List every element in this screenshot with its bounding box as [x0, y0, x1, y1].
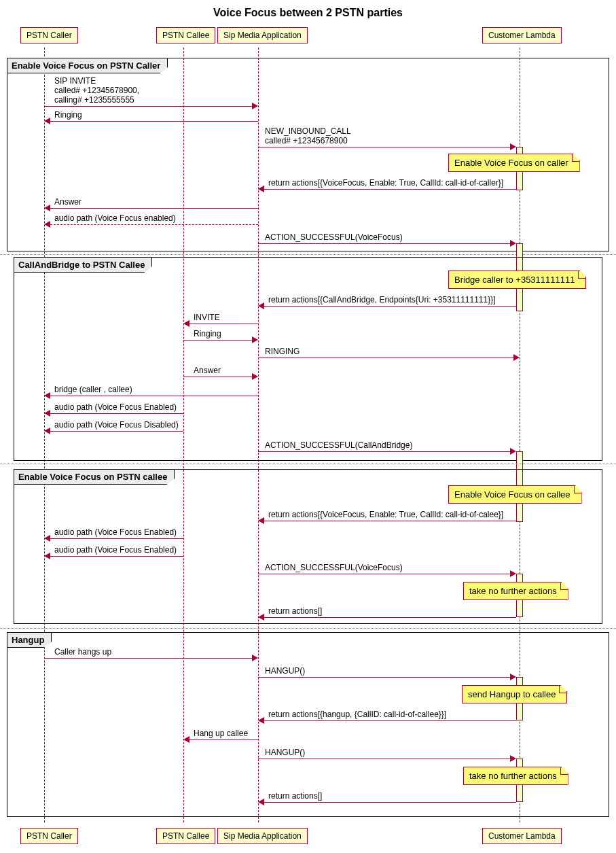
arrow — [50, 208, 258, 209]
msg-audio-path-2: audio path (Voice Focus Enabled) — [54, 402, 177, 412]
arrow-head-icon — [183, 736, 189, 743]
msg-action-success-vf-2: ACTION_SUCCESSFUL(VoiceFocus) — [265, 563, 403, 572]
msg-return-empty-2: return actions[] — [268, 791, 322, 801]
arrow-head-icon — [252, 373, 258, 380]
msg-audio-path-1: audio path (Voice Focus enabled) — [54, 213, 176, 223]
msg-return-vf-caller: return actions[{VoiceFocus, Enable: True… — [268, 178, 503, 188]
arrow-head-icon — [44, 205, 50, 211]
msg-action-success-vf-1: ACTION_SUCCESSFUL(VoiceFocus) — [265, 232, 403, 242]
participant-callee-bottom: PSTN Callee — [156, 828, 215, 844]
diagram-title: Voice Focus between 2 PSTN parties — [0, 7, 616, 19]
note-enable-vf-callee: Enable Voice Focus on callee — [448, 485, 582, 504]
msg-answer-2: Answer — [194, 366, 221, 375]
group-label: Enable Voice Focus on PSTN Caller — [7, 58, 168, 73]
arrow-head-icon — [258, 302, 264, 309]
arrow-head-icon — [44, 535, 50, 542]
arrow — [44, 106, 252, 107]
note-bridge-caller: Bridge caller to +35311111111 — [448, 271, 586, 289]
msg-hangup-1: HANGUP() — [265, 666, 305, 676]
arrow — [258, 451, 513, 452]
participant-lambda-bottom: Customer Lambda — [482, 828, 562, 844]
arrow — [50, 413, 183, 414]
arrow-head-icon — [510, 755, 516, 762]
arrow-head-icon — [44, 392, 50, 399]
msg-sip-invite-1: SIP INVITE — [54, 76, 96, 86]
arrow-head-icon — [258, 517, 264, 524]
msg-new-inbound-2: called# +12345678900 — [265, 136, 348, 145]
arrow — [264, 189, 516, 190]
msg-hang-up-callee: Hang up callee — [194, 729, 248, 738]
arrow — [50, 224, 258, 225]
group-separator — [0, 628, 616, 629]
arrow — [264, 521, 516, 521]
msg-sip-invite-3: calling# +1235555555 — [54, 95, 134, 105]
participant-caller-bottom: PSTN Caller — [20, 828, 78, 844]
arrow — [183, 377, 252, 377]
participant-caller-top: PSTN Caller — [20, 27, 78, 43]
arrow-head-icon — [44, 553, 50, 559]
arrow-head-icon — [252, 336, 258, 343]
msg-ringing-1: Ringing — [54, 110, 82, 120]
arrow-head-icon — [252, 103, 258, 109]
arrow — [258, 677, 513, 678]
arrow-head-icon — [44, 428, 50, 434]
note-no-further-1: take no further actions — [463, 582, 568, 600]
arrow — [264, 802, 516, 803]
arrow-head-icon — [44, 410, 50, 417]
arrow — [50, 431, 183, 432]
arrow — [264, 617, 516, 618]
msg-sip-invite-2: called# +12345678900, — [54, 86, 139, 95]
participant-callee-top: PSTN Callee — [156, 27, 215, 43]
arrow — [183, 340, 252, 341]
arrow — [50, 396, 258, 396]
msg-bridge: bridge (caller , callee) — [54, 385, 132, 394]
msg-hangup-2: HANGUP() — [265, 748, 305, 757]
msg-audio-path-4: audio path (Voice Focus Enabled) — [54, 527, 177, 537]
participant-lambda-top: Customer Lambda — [482, 27, 562, 43]
arrow — [50, 538, 183, 539]
arrow-head-icon — [510, 570, 516, 577]
group-separator — [0, 254, 616, 255]
arrow-head-icon — [183, 320, 189, 327]
arrow — [264, 306, 516, 307]
arrow — [264, 720, 516, 721]
arrow — [50, 121, 258, 122]
arrow — [189, 739, 258, 740]
arrow — [258, 358, 513, 358]
msg-audio-path-5: audio path (Voice Focus Enabled) — [54, 545, 177, 555]
arrow-head-icon — [513, 354, 520, 361]
sequence-diagram: { "title": "Voice Focus between 2 PSTN p… — [0, 0, 616, 853]
arrow-head-icon — [258, 799, 264, 805]
msg-return-callandbridge: return actions[{CallAndBridge, Endpoints… — [268, 295, 496, 304]
group-label: Hangup — [7, 632, 52, 648]
arrow — [50, 556, 183, 557]
arrow-head-icon — [252, 655, 258, 661]
participant-sma-top: Sip Media Application — [217, 27, 308, 43]
arrow — [258, 759, 513, 759]
note-no-further-2: take no further actions — [463, 767, 568, 785]
arrow-head-icon — [258, 614, 264, 621]
msg-ringing-event: RINGING — [265, 347, 300, 356]
msg-answer-1: Answer — [54, 197, 81, 207]
arrow-head-icon — [258, 186, 264, 192]
note-send-hangup: send Hangup to callee — [462, 685, 567, 703]
arrow-head-icon — [510, 240, 516, 247]
arrow — [44, 658, 252, 659]
arrow-head-icon — [258, 717, 264, 724]
arrow — [258, 574, 513, 574]
arrow — [258, 147, 513, 147]
msg-return-vf-callee: return actions[{VoiceFocus, Enable: True… — [268, 510, 503, 519]
group-separator — [0, 464, 616, 464]
note-enable-vf-caller: Enable Voice Focus on caller — [448, 154, 580, 172]
msg-return-empty-1: return actions[] — [268, 606, 322, 616]
arrow-head-icon — [44, 118, 50, 124]
arrow-head-icon — [510, 674, 516, 680]
arrow — [258, 243, 513, 244]
msg-audio-path-3: audio path (Voice Focus Disabled) — [54, 420, 179, 430]
arrow — [189, 324, 258, 324]
msg-return-hangup: return actions[{hangup, {CallID: call-id… — [268, 710, 446, 719]
msg-invite: INVITE — [194, 313, 220, 322]
msg-new-inbound-1: NEW_INBOUND_CALL — [265, 126, 351, 136]
msg-caller-hangs-up: Caller hangs up — [54, 647, 111, 657]
group-label: Enable Voice Focus on PSTN callee — [14, 469, 175, 485]
